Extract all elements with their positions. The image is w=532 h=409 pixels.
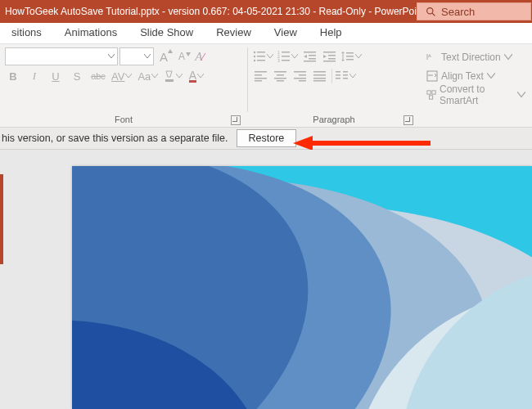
ribbon: A A A⁄ B I U S abc AV Aa A Font 123 (0, 44, 532, 128)
text-direction-icon: lᴬ (426, 52, 438, 63)
columns-icon (336, 70, 349, 82)
svg-rect-41 (313, 78, 326, 79)
svg-rect-26 (346, 59, 354, 61)
chevron-down-icon (196, 74, 205, 79)
decrease-indent-button[interactable] (302, 47, 318, 65)
svg-rect-52 (427, 91, 431, 94)
chevron-down-icon (124, 74, 133, 79)
title-text: HowToGeek AutoSave Tutorial.pptx - versi… (0, 6, 417, 17)
svg-point-0 (427, 7, 433, 13)
group-paragraph-extra: lᴬ Text Direction Align Text Convert to … (420, 44, 532, 127)
svg-rect-37 (294, 78, 306, 79)
justify-icon (313, 70, 327, 82)
thumbnail-selection-indicator[interactable] (0, 174, 3, 264)
chevron-down-icon (291, 54, 299, 59)
text-shadow-button[interactable]: S (69, 67, 85, 85)
font-dialog-launcher[interactable] (231, 115, 241, 125)
tab-view[interactable]: View (263, 22, 309, 43)
strikethrough-button[interactable]: abc (90, 67, 106, 85)
svg-rect-30 (255, 80, 262, 82)
svg-rect-31 (274, 71, 286, 73)
tab-help[interactable]: Help (309, 22, 354, 43)
svg-line-1 (432, 13, 435, 16)
svg-rect-19 (323, 52, 336, 53)
svg-point-3 (254, 52, 255, 53)
search-placeholder: Search (441, 6, 475, 18)
svg-point-7 (254, 60, 255, 61)
char-spacing-button[interactable]: AV (111, 67, 133, 85)
svg-marker-56 (293, 136, 313, 151)
bold-button[interactable]: B (5, 67, 21, 85)
svg-rect-22 (323, 61, 336, 62)
svg-rect-12 (282, 56, 290, 57)
svg-rect-34 (277, 80, 284, 82)
svg-text:3: 3 (277, 58, 280, 62)
align-right-icon (294, 70, 307, 82)
bullets-button[interactable] (253, 47, 274, 65)
shrink-font-button[interactable]: A (174, 47, 190, 65)
svg-rect-25 (346, 56, 354, 57)
search-box[interactable]: Search (417, 2, 531, 20)
align-right-button[interactable] (292, 67, 309, 85)
svg-rect-35 (294, 71, 306, 73)
tab-transitions[interactable]: sitions (0, 22, 53, 43)
justify-button[interactable] (312, 67, 328, 85)
font-color-button[interactable]: A (188, 67, 205, 85)
align-left-icon (255, 70, 268, 82)
change-case-button[interactable]: Aa (138, 67, 159, 85)
grow-font-button[interactable]: A (156, 47, 172, 65)
restore-button[interactable]: Restore (237, 129, 297, 147)
svg-rect-20 (328, 55, 336, 56)
group-label-paragraph: Paragraph (253, 113, 415, 127)
tab-animations[interactable]: Animations (53, 22, 128, 43)
svg-rect-10 (282, 52, 290, 53)
svg-rect-32 (277, 74, 284, 76)
svg-rect-4 (257, 52, 265, 53)
chevron-down-icon (517, 89, 525, 101)
chevron-down-icon (266, 54, 274, 59)
svg-rect-44 (336, 74, 340, 76)
svg-rect-27 (255, 71, 267, 73)
align-text-button[interactable]: Align Text (425, 68, 527, 84)
svg-rect-54 (429, 96, 432, 99)
svg-rect-45 (336, 78, 340, 79)
svg-rect-48 (343, 78, 348, 79)
group-font: A A A⁄ B I U S abc AV Aa A Font (0, 44, 247, 127)
svg-rect-24 (346, 52, 354, 54)
svg-rect-46 (343, 71, 348, 73)
chevron-down-icon (349, 74, 357, 79)
highlight-button[interactable] (164, 67, 183, 85)
svg-rect-42 (313, 80, 326, 82)
svg-rect-38 (299, 80, 306, 82)
svg-rect-18 (304, 61, 316, 62)
chevron-down-icon (106, 54, 117, 59)
chevron-down-icon (354, 54, 363, 59)
svg-rect-21 (328, 58, 336, 60)
svg-rect-17 (309, 58, 316, 60)
align-left-button[interactable] (253, 67, 269, 85)
convert-smartart-button[interactable]: Convert to SmartArt (425, 87, 527, 103)
text-direction-button[interactable]: lᴬ Text Direction (425, 49, 527, 65)
italic-button[interactable]: I (26, 67, 43, 85)
svg-point-5 (254, 56, 255, 57)
numbering-button[interactable]: 123 (277, 47, 299, 65)
svg-rect-43 (336, 71, 340, 73)
clear-format-button[interactable]: A⁄ (192, 47, 208, 65)
align-text-icon (426, 70, 438, 82)
columns-button[interactable] (336, 67, 357, 85)
font-family-combo[interactable] (5, 47, 118, 65)
chevron-down-icon (504, 52, 512, 63)
tab-review[interactable]: Review (205, 22, 263, 43)
slide[interactable] (72, 166, 532, 409)
svg-rect-15 (304, 52, 316, 53)
paragraph-dialog-launcher[interactable] (404, 115, 413, 125)
svg-rect-39 (313, 71, 326, 73)
svg-rect-29 (255, 78, 267, 79)
font-size-combo[interactable] (119, 47, 154, 65)
align-center-button[interactable] (273, 67, 289, 85)
tab-slideshow[interactable]: Slide Show (128, 22, 205, 43)
line-spacing-button[interactable] (341, 47, 363, 65)
underline-button[interactable]: U (47, 67, 64, 85)
svg-rect-14 (282, 60, 290, 61)
increase-indent-button[interactable] (322, 47, 338, 65)
